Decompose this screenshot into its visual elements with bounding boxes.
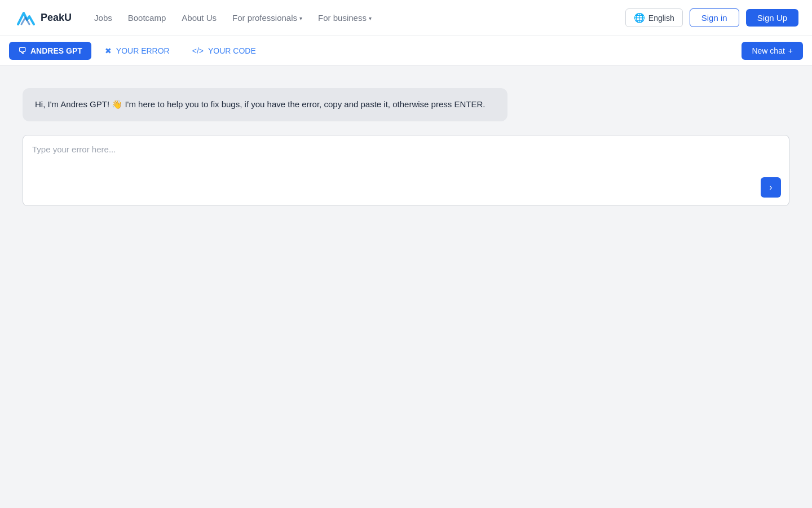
plus-icon: +	[788, 46, 793, 55]
chat-message: Hi, I'm Andres GPT! 👋 I'm here to help y…	[23, 88, 508, 121]
tab-andres-gpt-label: ANDRES GPT	[30, 46, 82, 55]
language-button[interactable]: 🌐 English	[625, 8, 683, 27]
nav-bootcamp[interactable]: Bootcamp	[128, 13, 166, 23]
new-chat-button[interactable]: New chat +	[742, 42, 803, 60]
globe-icon: 🌐	[634, 12, 645, 23]
navbar-right: 🌐 English Sign in Sign Up	[625, 8, 798, 27]
tab-your-error-label: YOUR ERROR	[116, 46, 170, 55]
send-icon: ›	[769, 182, 772, 192]
navbar: PeakU Jobs Bootcamp About Us For profess…	[0, 0, 812, 36]
tabs-bar: 🗨 ANDRES GPT ✖ YOUR ERROR </> YOUR CODE …	[0, 36, 812, 65]
logo-icon	[14, 6, 37, 30]
code-icon: </>	[192, 46, 204, 55]
error-icon: ✖	[105, 46, 112, 55]
signup-button[interactable]: Sign Up	[746, 9, 798, 27]
tab-your-error[interactable]: ✖ YOUR ERROR	[96, 42, 179, 60]
tab-andres-gpt[interactable]: 🗨 ANDRES GPT	[9, 42, 91, 60]
nav-about-us[interactable]: About Us	[182, 13, 217, 23]
tab-your-code[interactable]: </> YOUR CODE	[183, 42, 265, 60]
nav-links: Jobs Bootcamp About Us For professionals…	[94, 13, 625, 23]
language-label: English	[648, 14, 674, 23]
new-chat-label: New chat	[752, 46, 784, 55]
tab-your-code-label: YOUR CODE	[208, 46, 256, 55]
chevron-down-icon: ▾	[369, 15, 372, 21]
tabs-right-actions: New chat +	[742, 42, 803, 60]
logo-link[interactable]: PeakU	[14, 6, 72, 30]
input-container: ›	[23, 135, 789, 206]
logo-text: PeakU	[41, 12, 72, 24]
nav-for-business[interactable]: For business ▾	[318, 13, 372, 23]
send-button[interactable]: ›	[761, 177, 781, 198]
chevron-down-icon: ▾	[299, 15, 302, 21]
main-content: Hi, I'm Andres GPT! 👋 I'm here to help y…	[11, 65, 801, 229]
chat-message-text: Hi, I'm Andres GPT! 👋 I'm here to help y…	[35, 99, 485, 109]
error-input[interactable]	[23, 135, 789, 203]
signin-button[interactable]: Sign in	[690, 8, 739, 27]
nav-for-professionals[interactable]: For professionals ▾	[232, 13, 302, 23]
nav-jobs[interactable]: Jobs	[94, 13, 112, 23]
chat-icon: 🗨	[18, 46, 26, 55]
